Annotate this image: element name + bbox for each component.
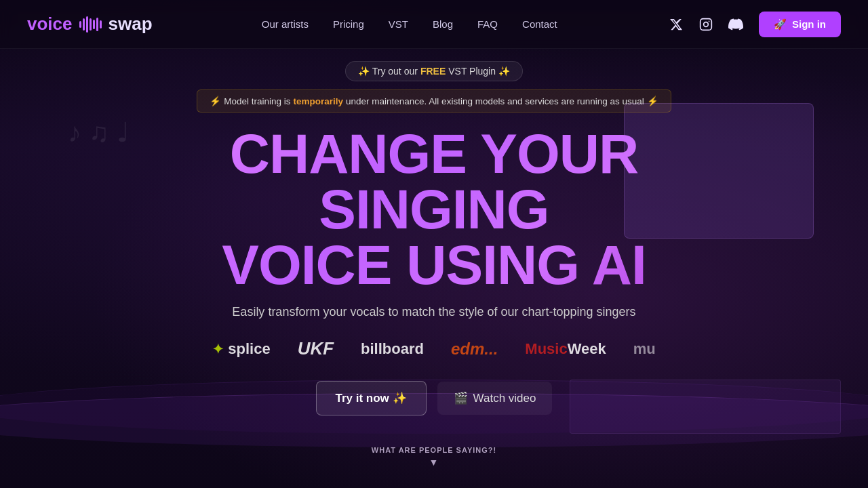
nav-link-blog[interactable]: Blog xyxy=(433,18,453,30)
week-text: Week xyxy=(568,340,606,357)
splice-text: splice xyxy=(228,340,270,358)
rocket-icon: 🚀 xyxy=(774,18,787,30)
wave-bar-5 xyxy=(93,20,95,29)
ukf-text: UKF xyxy=(298,338,334,359)
maintenance-text-1: Model training is xyxy=(224,96,290,106)
nav-item-faq[interactable]: FAQ xyxy=(477,18,498,30)
page-content: voice swap Our artists Pricing xyxy=(0,0,868,488)
logo-swap: swap xyxy=(108,14,153,35)
wave-bar-3 xyxy=(86,16,88,33)
x-twitter-icon[interactable] xyxy=(667,15,686,34)
wave-bar-7 xyxy=(100,20,102,28)
instagram-icon[interactable] xyxy=(696,15,715,34)
vst-free-text: FREE xyxy=(420,66,446,77)
nav-item-vst[interactable]: VST xyxy=(389,18,408,30)
brand-splice: ✦ splice xyxy=(212,340,270,358)
edm-text: edm... xyxy=(451,340,498,358)
hero-title: CHANGE YOUR SINGING VOICE USING AI xyxy=(129,126,739,293)
temporarily-text: temporarily xyxy=(294,96,344,106)
scroll-indicator: WHAT ARE PEOPLE SAYING?! ▼ xyxy=(372,446,496,468)
nav-link-contact[interactable]: Contact xyxy=(522,18,557,30)
warning-icon-right: ⚡ xyxy=(647,96,658,106)
video-icon: 🎬 xyxy=(454,391,468,405)
vst-banner[interactable]: ✨ Try out our FREE VST Plugin ✨ xyxy=(345,61,523,81)
discord-icon[interactable] xyxy=(726,15,745,34)
try-it-now-button[interactable]: Try it now ✨ xyxy=(316,381,427,415)
maintenance-banner: ⚡ Model training is temporarily under ma… xyxy=(197,89,671,113)
logo: voice swap xyxy=(27,14,153,35)
hero-section: ✨ Try out our FREE VST Plugin ✨ ⚡ Model … xyxy=(0,49,868,488)
nav-link-vst[interactable]: VST xyxy=(389,18,408,30)
music-text: Music xyxy=(525,340,567,357)
navbar: voice swap Our artists Pricing xyxy=(0,0,868,49)
watch-btn-label: Watch video xyxy=(473,392,536,405)
nav-link-pricing[interactable]: Pricing xyxy=(333,18,364,30)
nav-right: 🚀 Sign in xyxy=(667,12,841,37)
nav-item-blog[interactable]: Blog xyxy=(433,18,453,30)
brand-edm: edm... xyxy=(451,340,498,359)
hero-title-line2: VOICE USING AI xyxy=(222,234,646,296)
nav-item-pricing[interactable]: Pricing xyxy=(333,18,364,30)
hero-title-line1: CHANGE YOUR SINGING xyxy=(230,123,639,240)
logo-waveform-icon xyxy=(79,16,102,33)
warning-icon-left: ⚡ xyxy=(210,96,221,106)
try-btn-label: Try it now ✨ xyxy=(336,391,407,405)
billboard-text: billboard xyxy=(361,340,424,357)
nav-item-our-artists[interactable]: Our artists xyxy=(262,18,309,30)
brand-musicweek: MusicWeek xyxy=(525,340,606,358)
nav-socials xyxy=(667,15,745,34)
mu-text: mu xyxy=(633,340,656,357)
wave-bar-4 xyxy=(90,18,92,30)
wave-bar-2 xyxy=(83,18,85,30)
nav-link-faq[interactable]: FAQ xyxy=(477,18,498,30)
brand-billboard: billboard xyxy=(361,340,424,358)
wave-bar-6 xyxy=(96,18,98,31)
nav-links: Our artists Pricing VST Blog FAQ Contact xyxy=(262,18,557,30)
maintenance-text-2: under maintenance. All existing models a… xyxy=(346,96,644,106)
logo-text: voice swap xyxy=(27,14,153,35)
svg-point-2 xyxy=(709,20,710,22)
sign-in-label: Sign in xyxy=(792,18,826,30)
wave-bar-1 xyxy=(79,21,81,28)
watch-video-button[interactable]: 🎬 Watch video xyxy=(437,382,553,415)
scroll-label: WHAT ARE PEOPLE SAYING?! xyxy=(372,446,496,454)
svg-rect-0 xyxy=(701,18,712,30)
nav-item-contact[interactable]: Contact xyxy=(522,18,557,30)
cta-buttons: Try it now ✨ 🎬 Watch video xyxy=(316,381,553,415)
brand-logos-row: ✦ splice UKF billboard edm... MusicWeek … xyxy=(212,338,656,359)
splice-icon: ✦ xyxy=(212,341,224,357)
sign-in-button[interactable]: 🚀 Sign in xyxy=(759,12,841,37)
hero-subtitle: Easily transform your vocals to match th… xyxy=(232,305,635,319)
logo-voice: voice xyxy=(27,14,73,35)
vst-banner-start: ✨ Try out our xyxy=(358,66,418,77)
svg-point-1 xyxy=(704,22,709,26)
scroll-arrow-icon: ▼ xyxy=(429,457,439,468)
brand-mu: mu xyxy=(633,340,656,358)
vst-banner-end: VST Plugin ✨ xyxy=(448,66,510,77)
nav-link-our-artists[interactable]: Our artists xyxy=(262,18,309,30)
brand-ukf: UKF xyxy=(298,338,334,359)
